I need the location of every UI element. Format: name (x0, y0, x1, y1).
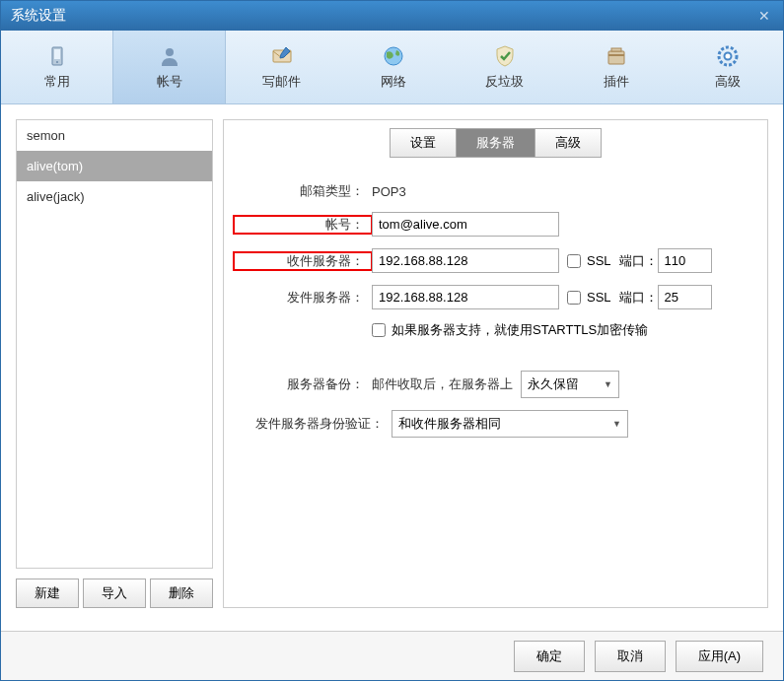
toolbar-compose[interactable]: 写邮件 (226, 31, 337, 103)
globe-icon (382, 44, 405, 68)
sidebar-buttons: 新建 导入 删除 (16, 579, 213, 608)
mailbox-type-label: 邮箱类型： (234, 182, 372, 200)
gear-icon (716, 44, 740, 68)
toolbar-account[interactable]: 帐号 (112, 31, 226, 103)
shield-icon (493, 44, 517, 68)
account-input[interactable] (372, 212, 559, 237)
toolbar-label: 网络 (381, 73, 406, 91)
toolbar-advanced[interactable]: 高级 (672, 31, 783, 103)
toolbar-label: 帐号 (157, 73, 182, 91)
backup-select[interactable]: 永久保留 ▼ (521, 371, 619, 398)
auth-label: 发件服务器身份验证： (234, 415, 392, 433)
send-ssl-label: SSL (587, 290, 611, 305)
svg-point-10 (724, 52, 731, 59)
send-port-input[interactable] (658, 285, 712, 309)
account-item[interactable]: alive(tom) (17, 151, 212, 181)
sidebar: semon alive(tom) alive(jack) 新建 导入 删除 (16, 119, 213, 608)
phone-icon (45, 44, 69, 68)
ok-button[interactable]: 确定 (514, 641, 585, 672)
svg-rect-7 (608, 54, 624, 56)
toolbar: 常用 帐号 写邮件 网络 反垃圾 (1, 31, 783, 104)
svg-point-2 (56, 61, 58, 63)
toolbar-label: 常用 (44, 73, 70, 91)
window-title: 系统设置 (11, 7, 66, 25)
toolbar-spam[interactable]: 反垃圾 (449, 31, 560, 103)
account-item[interactable]: alive(jack) (17, 181, 212, 212)
svg-point-3 (166, 48, 174, 56)
account-item[interactable]: semon (17, 120, 212, 151)
tabs: 设置 服务器 高级 (224, 128, 767, 158)
compose-icon (270, 44, 294, 68)
backup-text: 邮件收取后，在服务器上 (372, 375, 513, 393)
auth-select[interactable]: 和收件服务器相同 ▼ (392, 410, 628, 438)
send-port-label: 端口： (619, 289, 658, 306)
recv-server-input[interactable] (372, 248, 559, 273)
starttls-checkbox[interactable] (372, 323, 386, 337)
toolbar-label: 高级 (715, 73, 741, 91)
chevron-down-icon: ▼ (604, 379, 612, 389)
main-panel: 设置 服务器 高级 邮箱类型： POP3 帐号： 收件服务器： (223, 119, 768, 608)
toolbar-label: 反垃圾 (485, 73, 524, 91)
new-button[interactable]: 新建 (16, 579, 79, 608)
svg-rect-8 (611, 48, 621, 51)
recv-server-label: 收件服务器： (234, 252, 372, 270)
account-label: 帐号： (234, 216, 372, 234)
recv-ssl-label: SSL (587, 253, 611, 268)
svg-rect-1 (54, 49, 60, 59)
server-form: 邮箱类型： POP3 帐号： 收件服务器： SSL 端口： (224, 158, 767, 469)
send-server-label: 发件服务器： (234, 289, 372, 306)
apply-button[interactable]: 应用(A) (676, 641, 763, 672)
cancel-button[interactable]: 取消 (595, 641, 666, 672)
toolbar-label: 写邮件 (262, 73, 301, 91)
account-list: semon alive(tom) alive(jack) (16, 119, 213, 569)
backup-label: 服务器备份： (234, 375, 372, 393)
import-button[interactable]: 导入 (83, 579, 146, 608)
content-area: semon alive(tom) alive(jack) 新建 导入 删除 设置… (1, 104, 783, 623)
starttls-label: 如果服务器支持，就使用STARTTLS加密传输 (392, 321, 648, 339)
user-icon (158, 44, 181, 68)
toolbar-network[interactable]: 网络 (337, 31, 449, 103)
recv-port-input[interactable] (658, 248, 712, 273)
titlebar: 系统设置 ✕ (1, 1, 783, 31)
toolbar-label: 插件 (604, 73, 629, 91)
tab-settings[interactable]: 设置 (390, 128, 457, 158)
recv-port-label: 端口： (619, 252, 658, 270)
chevron-down-icon: ▼ (612, 419, 621, 429)
settings-window: 系统设置 ✕ 常用 帐号 写邮件 网络 (0, 0, 784, 681)
mailbox-type-value: POP3 (372, 184, 406, 199)
tab-advanced[interactable]: 高级 (535, 128, 602, 158)
svg-rect-6 (608, 51, 624, 64)
delete-button[interactable]: 删除 (150, 579, 213, 608)
plugin-icon (605, 44, 628, 68)
send-server-input[interactable] (372, 285, 559, 309)
close-icon[interactable]: ✕ (755, 7, 773, 25)
tab-server[interactable]: 服务器 (457, 128, 535, 158)
toolbar-common[interactable]: 常用 (1, 31, 112, 103)
send-ssl-checkbox[interactable] (567, 291, 581, 305)
toolbar-plugin[interactable]: 插件 (560, 31, 672, 103)
dialog-footer: 确定 取消 应用(A) (1, 631, 783, 680)
recv-ssl-checkbox[interactable] (567, 254, 581, 268)
